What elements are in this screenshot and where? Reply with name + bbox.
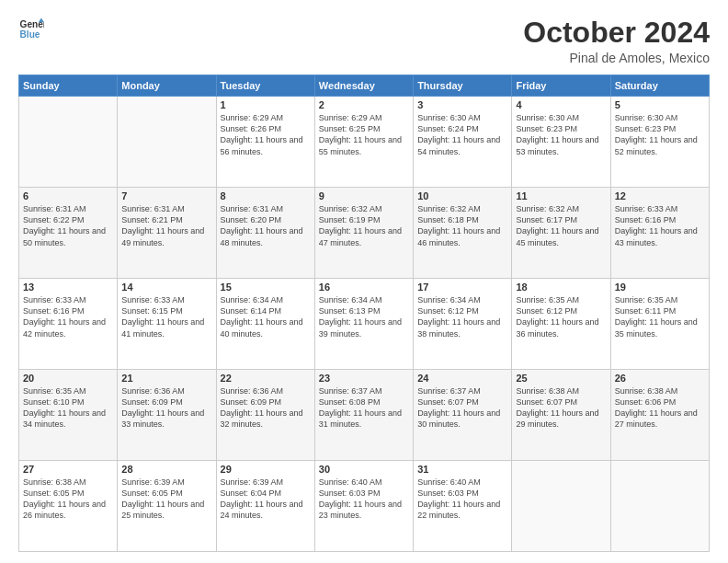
day-number: 26 [615, 373, 705, 384]
col-wednesday: Wednesday [314, 75, 413, 97]
table-row: 11Sunrise: 6:32 AMSunset: 6:17 PMDayligh… [512, 188, 610, 279]
table-row: 3Sunrise: 6:30 AMSunset: 6:24 PMDaylight… [414, 97, 512, 188]
table-row: 12Sunrise: 6:33 AMSunset: 6:16 PMDayligh… [610, 188, 709, 279]
day-info: Sunrise: 6:35 AMSunset: 6:10 PMDaylight:… [23, 385, 113, 431]
day-info: Sunrise: 6:36 AMSunset: 6:09 PMDaylight:… [121, 385, 211, 431]
day-info: Sunrise: 6:32 AMSunset: 6:17 PMDaylight:… [516, 203, 606, 248]
day-info: Sunrise: 6:30 AMSunset: 6:24 PMDaylight:… [417, 112, 507, 157]
day-number: 25 [516, 373, 606, 384]
day-number: 19 [615, 282, 705, 293]
title-block: October 2024 Pinal de Amoles, Mexico [523, 17, 710, 65]
col-monday: Monday [118, 75, 216, 97]
table-row: 7Sunrise: 6:31 AMSunset: 6:21 PMDaylight… [118, 188, 216, 279]
week-row: 6Sunrise: 6:31 AMSunset: 6:22 PMDaylight… [19, 188, 710, 279]
svg-text:Blue: Blue [20, 29, 40, 40]
day-info: Sunrise: 6:32 AMSunset: 6:19 PMDaylight:… [319, 203, 409, 248]
day-info: Sunrise: 6:40 AMSunset: 6:03 PMDaylight:… [417, 477, 507, 522]
table-row: 24Sunrise: 6:37 AMSunset: 6:07 PMDayligh… [414, 370, 512, 461]
week-row: 13Sunrise: 6:33 AMSunset: 6:16 PMDayligh… [19, 279, 710, 370]
day-number: 9 [319, 190, 409, 201]
table-row [19, 97, 118, 188]
day-number: 27 [23, 464, 113, 475]
calendar-page: General Blue October 2024 Pinal de Amole… [0, 0, 728, 563]
table-row: 25Sunrise: 6:38 AMSunset: 6:07 PMDayligh… [512, 370, 610, 461]
day-number: 3 [417, 99, 507, 110]
table-row: 22Sunrise: 6:36 AMSunset: 6:09 PMDayligh… [216, 370, 314, 461]
day-info: Sunrise: 6:32 AMSunset: 6:18 PMDaylight:… [417, 203, 507, 248]
table-row: 14Sunrise: 6:33 AMSunset: 6:15 PMDayligh… [118, 279, 216, 370]
col-thursday: Thursday [414, 75, 512, 97]
table-row: 28Sunrise: 6:39 AMSunset: 6:05 PMDayligh… [118, 461, 216, 552]
day-number: 30 [319, 464, 409, 475]
day-number: 6 [23, 190, 113, 201]
table-row: 16Sunrise: 6:34 AMSunset: 6:13 PMDayligh… [314, 279, 413, 370]
table-row: 17Sunrise: 6:34 AMSunset: 6:12 PMDayligh… [414, 279, 512, 370]
table-row: 29Sunrise: 6:39 AMSunset: 6:04 PMDayligh… [216, 461, 314, 552]
table-row [512, 461, 610, 552]
week-row: 1Sunrise: 6:29 AMSunset: 6:26 PMDaylight… [19, 97, 710, 188]
table-row: 15Sunrise: 6:34 AMSunset: 6:14 PMDayligh… [216, 279, 314, 370]
day-number: 14 [121, 282, 211, 293]
day-info: Sunrise: 6:40 AMSunset: 6:03 PMDaylight:… [319, 477, 409, 522]
day-number: 17 [417, 282, 507, 293]
day-info: Sunrise: 6:34 AMSunset: 6:12 PMDaylight:… [417, 294, 507, 339]
day-info: Sunrise: 6:33 AMSunset: 6:16 PMDaylight:… [615, 203, 705, 248]
col-tuesday: Tuesday [216, 75, 314, 97]
table-row: 10Sunrise: 6:32 AMSunset: 6:18 PMDayligh… [414, 188, 512, 279]
table-row [610, 461, 709, 552]
day-info: Sunrise: 6:31 AMSunset: 6:21 PMDaylight:… [121, 203, 211, 248]
table-row: 27Sunrise: 6:38 AMSunset: 6:05 PMDayligh… [19, 461, 118, 552]
day-info: Sunrise: 6:35 AMSunset: 6:12 PMDaylight:… [516, 294, 606, 339]
day-number: 18 [516, 282, 606, 293]
day-number: 28 [121, 464, 211, 475]
day-number: 23 [319, 373, 409, 384]
day-number: 20 [23, 373, 113, 384]
day-info: Sunrise: 6:29 AMSunset: 6:25 PMDaylight:… [319, 112, 409, 157]
day-number: 5 [615, 99, 705, 110]
day-number: 16 [319, 282, 409, 293]
month-title: October 2024 [523, 17, 710, 49]
day-number: 1 [221, 99, 311, 110]
day-info: Sunrise: 6:34 AMSunset: 6:14 PMDaylight:… [221, 294, 311, 339]
day-number: 12 [615, 190, 705, 201]
day-number: 8 [221, 190, 311, 201]
day-info: Sunrise: 6:31 AMSunset: 6:20 PMDaylight:… [221, 203, 311, 248]
table-row [118, 97, 216, 188]
day-info: Sunrise: 6:30 AMSunset: 6:23 PMDaylight:… [615, 112, 705, 157]
day-info: Sunrise: 6:39 AMSunset: 6:04 PMDaylight:… [221, 477, 311, 522]
day-info: Sunrise: 6:38 AMSunset: 6:05 PMDaylight:… [23, 477, 113, 522]
table-row: 19Sunrise: 6:35 AMSunset: 6:11 PMDayligh… [610, 279, 709, 370]
day-info: Sunrise: 6:31 AMSunset: 6:22 PMDaylight:… [23, 203, 113, 248]
header-row: Sunday Monday Tuesday Wednesday Thursday… [19, 75, 710, 97]
table-row: 21Sunrise: 6:36 AMSunset: 6:09 PMDayligh… [118, 370, 216, 461]
table-row: 4Sunrise: 6:30 AMSunset: 6:23 PMDaylight… [512, 97, 610, 188]
table-row: 31Sunrise: 6:40 AMSunset: 6:03 PMDayligh… [414, 461, 512, 552]
table-row: 18Sunrise: 6:35 AMSunset: 6:12 PMDayligh… [512, 279, 610, 370]
table-row: 9Sunrise: 6:32 AMSunset: 6:19 PMDaylight… [314, 188, 413, 279]
table-row: 2Sunrise: 6:29 AMSunset: 6:25 PMDaylight… [314, 97, 413, 188]
day-number: 2 [319, 99, 409, 110]
table-row: 6Sunrise: 6:31 AMSunset: 6:22 PMDaylight… [19, 188, 118, 279]
table-row: 5Sunrise: 6:30 AMSunset: 6:23 PMDaylight… [610, 97, 709, 188]
table-row: 26Sunrise: 6:38 AMSunset: 6:06 PMDayligh… [610, 370, 709, 461]
day-info: Sunrise: 6:29 AMSunset: 6:26 PMDaylight:… [221, 112, 311, 157]
table-row: 30Sunrise: 6:40 AMSunset: 6:03 PMDayligh… [314, 461, 413, 552]
day-info: Sunrise: 6:33 AMSunset: 6:16 PMDaylight:… [23, 294, 113, 339]
day-number: 24 [417, 373, 507, 384]
day-number: 11 [516, 190, 606, 201]
table-row: 13Sunrise: 6:33 AMSunset: 6:16 PMDayligh… [19, 279, 118, 370]
col-friday: Friday [512, 75, 610, 97]
table-row: 23Sunrise: 6:37 AMSunset: 6:08 PMDayligh… [314, 370, 413, 461]
day-info: Sunrise: 6:38 AMSunset: 6:06 PMDaylight:… [615, 385, 705, 431]
day-info: Sunrise: 6:38 AMSunset: 6:07 PMDaylight:… [516, 385, 606, 431]
logo: General Blue [18, 17, 44, 42]
day-number: 31 [417, 464, 507, 475]
location: Pinal de Amoles, Mexico [523, 51, 710, 65]
day-info: Sunrise: 6:37 AMSunset: 6:07 PMDaylight:… [417, 385, 507, 431]
day-info: Sunrise: 6:36 AMSunset: 6:09 PMDaylight:… [221, 385, 311, 431]
table-row: 20Sunrise: 6:35 AMSunset: 6:10 PMDayligh… [19, 370, 118, 461]
day-number: 22 [221, 373, 311, 384]
day-number: 15 [221, 282, 311, 293]
col-sunday: Sunday [19, 75, 118, 97]
calendar-table: Sunday Monday Tuesday Wednesday Thursday… [18, 75, 710, 552]
